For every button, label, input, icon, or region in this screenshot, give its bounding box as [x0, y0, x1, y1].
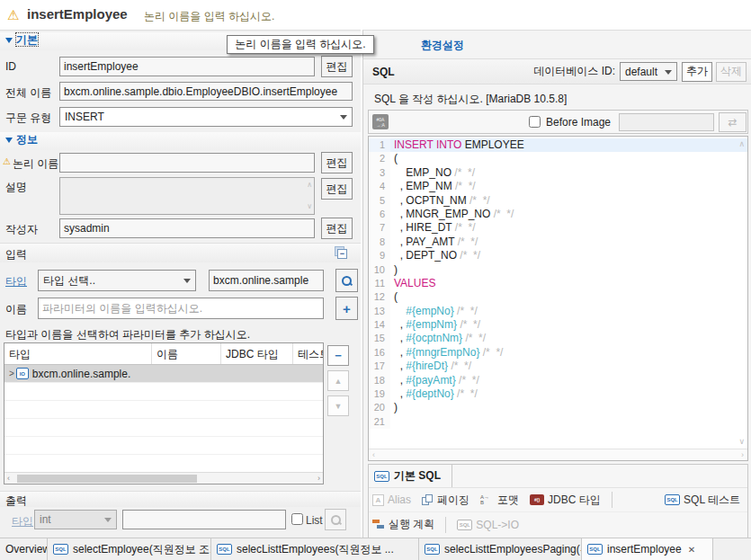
table-row[interactable] [4, 401, 323, 419]
logical-name-input[interactable] [59, 153, 315, 173]
input-type-search-input[interactable] [209, 270, 324, 291]
before-image-input[interactable] [619, 113, 714, 131]
description-textarea[interactable]: ∧ ∨ [59, 177, 315, 215]
settings-link[interactable]: 환경설정 [421, 38, 464, 53]
table-row[interactable] [4, 455, 323, 473]
stmttype-select[interactable]: INSERT [59, 107, 353, 127]
editor-line[interactable]: 14 , #{empNm} /* */ [369, 318, 747, 332]
editor-line[interactable]: 16 , #{mngrEmpNo} /* */ [369, 346, 747, 360]
output-type-link[interactable]: 타입 [12, 514, 33, 529]
table-row[interactable]: > IO bxcm.online.sample. [4, 365, 323, 383]
editor-line[interactable]: 17 , #{hireDt} /* */ [369, 360, 747, 373]
remove-param-button[interactable]: − [327, 345, 349, 366]
input-type-search-button[interactable] [335, 269, 358, 292]
editor-line[interactable]: 5 , OCPTN_NM /* */ [369, 194, 747, 208]
alias-button[interactable]: A Alias [372, 493, 411, 506]
author-edit-button[interactable]: 편집 [321, 218, 353, 239]
move-up-button[interactable]: ▲ [327, 370, 349, 391]
editor-line[interactable]: 2( [369, 152, 747, 165]
param-name-input[interactable] [38, 298, 324, 319]
tab-base-sql[interactable]: SQL 기본 SQL [369, 465, 452, 487]
col-test[interactable]: 테스트 [293, 343, 323, 364]
scroll-down-icon[interactable]: ∨ [307, 203, 312, 210]
collapse-all-icon[interactable]: − [335, 246, 348, 259]
param-name-input-field[interactable] [42, 302, 319, 315]
scroll-left-icon[interactable]: ‹ [7, 474, 10, 483]
scroll-up-icon[interactable]: ∧ [307, 182, 312, 189]
tab-insert-employee[interactable]: SQL insertEmployee ✕ [582, 538, 713, 560]
format-button[interactable]: A→ B 포맷 [480, 493, 519, 508]
editor-line[interactable]: 3 EMP_NO /* */ [369, 166, 747, 180]
section-info-title[interactable]: 정보 [16, 133, 38, 146]
output-type-select[interactable]: int [34, 510, 117, 529]
editor-hscrollbar[interactable]: ‹ › [369, 449, 747, 460]
editor-line[interactable]: 12( [369, 290, 747, 304]
scroll-right-icon[interactable]: › [741, 450, 744, 459]
editor-line[interactable]: 1INSERT INTO EMPLOYEE [369, 138, 747, 152]
list-checkbox[interactable] [291, 513, 303, 525]
output-value-input[interactable] [122, 510, 286, 529]
editor-line[interactable]: 10) [369, 263, 747, 277]
editor-line[interactable]: 13 #{empNo} /* */ [369, 305, 747, 318]
sql-test-button[interactable]: SQL SQL 테스트 [665, 493, 740, 508]
before-image-checkbox[interactable] [529, 116, 541, 128]
add-param-button[interactable]: + [335, 297, 358, 320]
expander-icon[interactable]: > [9, 369, 14, 378]
scroll-left-icon[interactable]: ‹ [372, 450, 375, 459]
scroll-up-icon[interactable]: ∧ [738, 139, 745, 148]
col-type[interactable]: 타입 [4, 343, 152, 364]
editor-line[interactable]: 15 , #{ocptnNm} /* */ [369, 332, 747, 345]
col-jdbc-type[interactable]: JDBC 타입 [221, 343, 293, 364]
col-name[interactable]: 이름 [152, 343, 221, 364]
input-type-select[interactable]: 타입 선택.. [38, 270, 196, 291]
author-input-field[interactable] [64, 222, 310, 235]
input-type-link[interactable]: 타입 [5, 274, 27, 289]
editor-line[interactable]: 9 , DEPT_NO /* */ [369, 249, 747, 262]
jdbc-type-button[interactable]: #() JDBC 타입 [530, 493, 601, 508]
scroll-thumb[interactable] [17, 475, 197, 483]
delete-sql-button[interactable]: 삭제 [716, 62, 747, 82]
section-basic-title[interactable]: 기본 [16, 33, 38, 46]
author-input[interactable] [59, 218, 315, 238]
table-row[interactable] [4, 437, 323, 455]
fullname-input-field[interactable] [64, 85, 348, 98]
input-type-search-field[interactable] [213, 274, 319, 287]
sql-to-io-button[interactable]: SQL SQL->IO [457, 519, 519, 531]
logical-name-edit-button[interactable]: 편집 [321, 152, 353, 173]
editor-line[interactable]: 18 , #{payAmt} /* */ [369, 374, 747, 387]
scroll-down-icon[interactable]: ∨ [738, 437, 745, 446]
scroll-right-icon[interactable]: › [317, 474, 320, 483]
logical-name-input-field[interactable] [64, 156, 310, 169]
editor-line[interactable]: 8 , PAY_AMT /* */ [369, 236, 747, 249]
tab-overview[interactable]: Overview [0, 538, 48, 560]
table-row[interactable] [4, 383, 323, 401]
editor-line[interactable]: 19 , #{deptNo} /* */ [369, 387, 747, 401]
section-info-header[interactable]: 정보 [0, 132, 361, 150]
editor-line[interactable]: 4 , EMP_NM /* */ [369, 180, 747, 193]
refresh-button[interactable]: ⇄ [719, 112, 747, 132]
editor-line[interactable]: 20) [369, 401, 747, 414]
sql-editor[interactable]: 1INSERT INTO EMPLOYEE2(3 EMP_NO /* */4 ,… [368, 136, 748, 461]
tab-select-employee[interactable]: SQL selectEmployee(직원정보 조회) [48, 538, 211, 560]
paging-button[interactable]: 페이징 [422, 493, 469, 508]
db-id-select[interactable]: default [620, 62, 677, 81]
id-input[interactable] [59, 57, 315, 76]
editor-line[interactable]: 11VALUES [369, 277, 747, 290]
add-sql-button[interactable]: 추가 [682, 62, 712, 82]
description-edit-button[interactable]: 편집 [321, 178, 353, 200]
move-down-button[interactable]: ▼ [327, 396, 349, 416]
id-input-field[interactable] [64, 60, 310, 73]
output-search-button[interactable] [325, 509, 346, 530]
close-icon[interactable]: ✕ [688, 545, 695, 555]
id-edit-button[interactable]: 편집 [321, 56, 353, 77]
table-row[interactable] [4, 419, 323, 437]
table-hscrollbar[interactable]: ‹ › [4, 472, 323, 484]
charmap-icon[interactable]: #0A →:A [372, 114, 389, 129]
tab-select-list-employees-paging[interactable]: SQL selecListtEmployeesPaging(부... [419, 538, 582, 560]
exec-plan-button[interactable]: 실행 계획 [372, 517, 434, 532]
tab-select-list-employees[interactable]: SQL selecListtEmployees(직원정보 ... [211, 538, 419, 560]
editor-line[interactable]: 7 , HIRE_DT /* */ [369, 221, 747, 235]
output-value-field[interactable] [127, 513, 282, 526]
fullname-input[interactable] [59, 82, 353, 101]
editor-line[interactable]: 6 , MNGR_EMP_NO /* */ [369, 208, 747, 221]
